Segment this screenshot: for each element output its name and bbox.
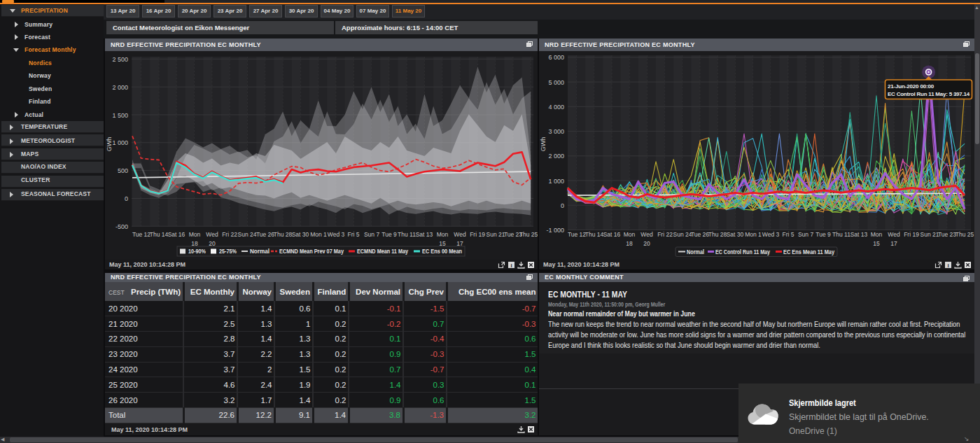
svg-text:Mon: Mon [189, 231, 201, 238]
svg-text:Sun 24: Sun 24 [673, 231, 692, 238]
svg-text:1 000: 1 000 [548, 178, 564, 185]
svg-text:Thu 14: Thu 14 [585, 231, 604, 238]
svg-text:Mon: Mon [437, 231, 449, 238]
svg-text:Tue 9: Tue 9 [382, 231, 397, 238]
svg-text:25-75%: 25-75% [219, 248, 237, 255]
svg-text:Thu 25: Thu 25 [519, 231, 538, 238]
svg-text:4 000: 4 000 [548, 104, 564, 111]
svg-text:i: i [510, 262, 512, 269]
svg-text:Mon 1: Mon 1 [310, 231, 327, 238]
svg-text:Fri 22: Fri 22 [657, 231, 673, 238]
svg-text:Sun 7: Sun 7 [364, 231, 379, 238]
svg-text:2 000: 2 000 [112, 84, 128, 91]
svg-text:6 000: 6 000 [548, 54, 564, 61]
svg-text:EC Control Run 11 May: EC Control Run 11 May [715, 248, 770, 255]
svg-text:10-90%: 10-90% [188, 248, 206, 255]
svg-text:Tue 23: Tue 23 [938, 231, 956, 238]
svg-text:i: i [947, 262, 948, 269]
svg-text:Mon: Mon [871, 231, 883, 238]
svg-text:0: 0 [125, 195, 128, 202]
svg-text:Sun 21: Sun 21 [920, 231, 939, 238]
svg-text:Fri 22: Fri 22 [222, 231, 237, 238]
svg-text:17: 17 [890, 240, 897, 247]
svg-text:0: 0 [561, 202, 564, 209]
svg-text:EC Ens Mean 11 May: EC Ens Mean 11 May [783, 248, 834, 255]
svg-text:Wed 3: Wed 3 [328, 231, 345, 238]
svg-text:Tue 12: Tue 12 [132, 231, 150, 238]
svg-text:Sun 24: Sun 24 [238, 231, 257, 238]
svg-text:21-Jun-2020 00:00: 21-Jun-2020 00:00 [888, 83, 934, 90]
svg-text:EC Ens 00 Mean: EC Ens 00 Mean [422, 248, 462, 255]
svg-text:-1 000: -1 000 [546, 227, 564, 234]
svg-text:Sat 13: Sat 13 [850, 231, 868, 238]
svg-text:Sat 16: Sat 16 [168, 231, 186, 238]
svg-text:GWh: GWh [540, 137, 547, 152]
svg-text:500: 500 [118, 167, 128, 174]
svg-text:ECMND Mean 11 May: ECMND Mean 11 May [357, 248, 408, 255]
svg-text:1 000: 1 000 [112, 139, 128, 146]
svg-text:Fri 5: Fri 5 [783, 231, 794, 238]
svg-text:Normal: Normal [250, 248, 270, 255]
svg-text:Sat 13: Sat 13 [416, 231, 433, 238]
svg-text:20: 20 [643, 240, 650, 247]
svg-text:Thu 11: Thu 11 [832, 231, 850, 238]
svg-text:15: 15 [873, 240, 880, 247]
svg-text:2 000: 2 000 [548, 153, 564, 160]
svg-text:Thu 14: Thu 14 [150, 231, 169, 238]
svg-text:GWh: GWh [106, 137, 113, 152]
svg-text:Thu 28: Thu 28 [708, 231, 727, 238]
svg-text:Thu 28: Thu 28 [274, 231, 293, 238]
svg-text:Wed: Wed [640, 231, 653, 238]
svg-text:Tue 26: Tue 26 [691, 231, 709, 238]
svg-text:-500: -500 [115, 223, 128, 230]
svg-text:Sun 21: Sun 21 [486, 231, 505, 238]
svg-text:Normal: Normal [687, 248, 704, 255]
svg-text:18: 18 [626, 240, 633, 247]
svg-text:Fri 19: Fri 19 [470, 231, 485, 238]
svg-text:Mon: Mon [624, 231, 636, 238]
svg-text:Tue 26: Tue 26 [256, 231, 274, 238]
svg-text:Sat 16: Sat 16 [603, 231, 621, 238]
svg-text:1 500: 1 500 [112, 112, 128, 119]
svg-text:Wed: Wed [454, 231, 466, 238]
svg-text:ECMND Mean Prev 07 May: ECMND Mean Prev 07 May [279, 248, 344, 255]
svg-text:Tue 12: Tue 12 [568, 231, 586, 238]
svg-text:5 000: 5 000 [548, 79, 564, 86]
svg-text:Thu 11: Thu 11 [398, 231, 416, 238]
svg-text:Fri 19: Fri 19 [904, 231, 919, 238]
svg-text:3 000: 3 000 [548, 128, 564, 135]
svg-text:Wed: Wed [888, 231, 900, 238]
svg-text:Thu 25: Thu 25 [955, 231, 974, 238]
svg-text:2 500: 2 500 [112, 56, 128, 63]
svg-text:Tue 9: Tue 9 [816, 231, 831, 238]
svg-text:Mon 1: Mon 1 [745, 231, 762, 238]
svg-text:Sat 30: Sat 30 [727, 231, 744, 238]
svg-text:Wed 3: Wed 3 [762, 231, 780, 238]
svg-text:Sat 30: Sat 30 [292, 231, 309, 238]
svg-text:Sun 7: Sun 7 [798, 231, 813, 238]
svg-text:EC Control Run 11 May: 5 397.1: EC Control Run 11 May: 5 397.14 [888, 91, 970, 97]
svg-text:Fri 5: Fri 5 [348, 231, 360, 238]
svg-text:Wed: Wed [206, 231, 218, 238]
